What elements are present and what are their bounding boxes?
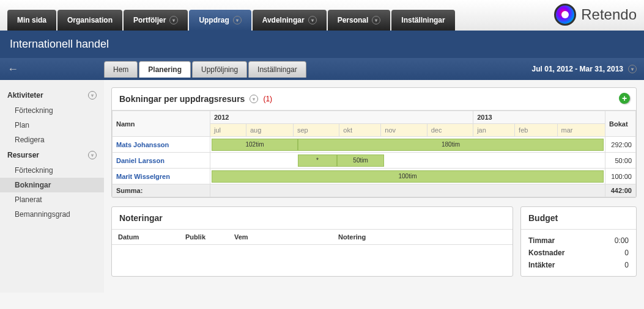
sum-value: 442:00 [605,184,636,197]
booking-bar[interactable]: 100tim [212,170,604,183]
col-name: Namn [113,111,210,137]
chevron-down-icon[interactable]: ▾ [372,16,380,24]
budget-label: Kostnader [528,249,564,257]
budget-title: Budget [521,207,636,230]
month-jul: jul [210,124,246,137]
bokat-value: 292:00 [605,137,636,153]
notes-panel: Noteringar DatumPublikVemNotering [111,206,513,277]
budget-value: 0 [624,249,629,257]
back-arrow-icon[interactable]: ← [7,63,18,76]
budget-row-kostnader: Kostnader0 [528,247,629,259]
nav-uppdrag[interactable]: Uppdrag▾ [189,10,251,31]
sum-label: Summa: [113,184,210,197]
month-okt: okt [339,124,381,137]
table-row: Daniel Larsson*50tim50:00 [113,153,636,169]
sidebar-item-redigera[interactable]: Redigera [0,133,104,147]
table-row: Mats Johansson102tim180tim292:00 [113,137,636,153]
budget-row-intäkter: Intäkter0 [528,259,629,271]
nav-personal[interactable]: Personal▾ [328,10,391,31]
month-aug: aug [246,124,293,137]
tab-hem[interactable]: Hem [104,61,138,78]
bookings-title: Bokningar per uppdragsresurs [119,94,245,104]
booking-bar[interactable]: 102tim [212,139,298,151]
tab-uppföljning[interactable]: Uppföljning [192,61,247,78]
chevron-down-icon[interactable]: ▾ [88,151,97,159]
bookings-panel: Bokningar per uppdragsresurs ▾ (1) + Nam… [111,87,637,198]
person-link[interactable]: Daniel Larsson [116,157,165,164]
nav-label: Avdelningar [262,16,305,24]
month-sep: sep [293,124,339,137]
bookings-count-badge: (1) [263,95,272,103]
tab-inställningar[interactable]: Inställningar [248,61,306,78]
notes-col-publik: Publik [179,230,228,244]
add-button[interactable]: + [619,93,630,104]
notes-title: Noteringar [112,207,513,230]
chevron-down-icon[interactable]: ▾ [250,95,258,103]
person-link[interactable]: Mats Johansson [116,141,169,148]
budget-label: Timmar [528,236,555,245]
notes-col-notering: Notering [332,230,372,244]
chevron-down-icon[interactable]: ▾ [308,16,317,24]
notes-col-vem: Vem [228,230,332,244]
year-2013: 2013 [473,111,605,124]
logo-text: Retendo [581,6,637,23]
sidebar-item-förteckning[interactable]: Förteckning [0,163,104,178]
month-nov: nov [381,124,427,137]
nav-label: Organisation [67,16,113,24]
col-bokat: Bokat [605,111,636,137]
page-title: Internationell handel [0,31,644,58]
sidebar-item-planerat[interactable]: Planerat [0,192,104,207]
logo: Retendo [554,4,637,26]
logo-icon [554,4,576,26]
booking-bar[interactable]: 180tim [298,139,604,151]
date-range[interactable]: Jul 01, 2012 - Mar 31, 2013 ▾ [532,65,637,73]
sidebar-group-resurser[interactable]: Resurser▾ [0,147,104,163]
budget-value: 0:00 [615,236,629,245]
sidebar-item-bemanningsgrad[interactable]: Bemanningsgrad [0,207,104,222]
sidebar-item-bokningar[interactable]: Bokningar [0,178,104,192]
budget-row-timmar: Timmar0:00 [528,234,629,247]
month-dec: dec [427,124,473,137]
bokat-value: 50:00 [605,153,636,169]
sidebar-group-label: Resurser [7,151,39,159]
chevron-down-icon[interactable]: ▾ [169,16,178,24]
date-range-text: Jul 01, 2012 - Mar 31, 2013 [532,65,623,73]
nav-min-sida[interactable]: Min sida [7,10,56,31]
sidebar-item-förteckning[interactable]: Förteckning [0,103,104,118]
chevron-down-icon[interactable]: ▾ [628,65,637,73]
sidebar-item-plan[interactable]: Plan [0,118,104,133]
budget-label: Intäkter [528,261,555,269]
nav-organisation[interactable]: Organisation [57,10,122,31]
nav-label: Inställningar [401,16,445,24]
nav-label: Uppdrag [199,16,229,24]
sum-row: Summa:442:00 [113,184,636,197]
month-feb: feb [515,124,557,137]
chevron-down-icon[interactable]: ▾ [88,91,97,100]
nav-avdelningar[interactable]: Avdelningar▾ [253,10,327,31]
booking-bar[interactable]: 50tim [337,154,384,167]
chevron-down-icon[interactable]: ▾ [233,16,242,24]
tab-planering[interactable]: Planering [139,61,191,78]
notes-col-datum: Datum [112,230,179,244]
person-link[interactable]: Marit Wisselgren [116,173,170,180]
month-jan: jan [473,124,515,137]
sidebar-group-aktiviteter[interactable]: Aktiviteter▾ [0,87,104,103]
nav-inställningar[interactable]: Inställningar [391,10,454,31]
year-2012: 2012 [210,111,473,124]
table-row: Marit Wisselgren100tim100:00 [113,169,636,184]
month-mar: mar [557,124,605,137]
budget-panel: Budget Timmar0:00Kostnader0Intäkter0 [520,206,637,277]
booking-bar[interactable]: * [298,154,337,167]
bokat-value: 100:00 [605,169,636,184]
nav-portföljer[interactable]: Portföljer▾ [124,10,188,31]
nav-label: Personal [338,16,369,24]
sidebar-group-label: Aktiviteter [7,91,43,100]
budget-value: 0 [624,261,629,269]
nav-label: Min sida [17,16,46,24]
nav-label: Portföljer [133,16,166,24]
